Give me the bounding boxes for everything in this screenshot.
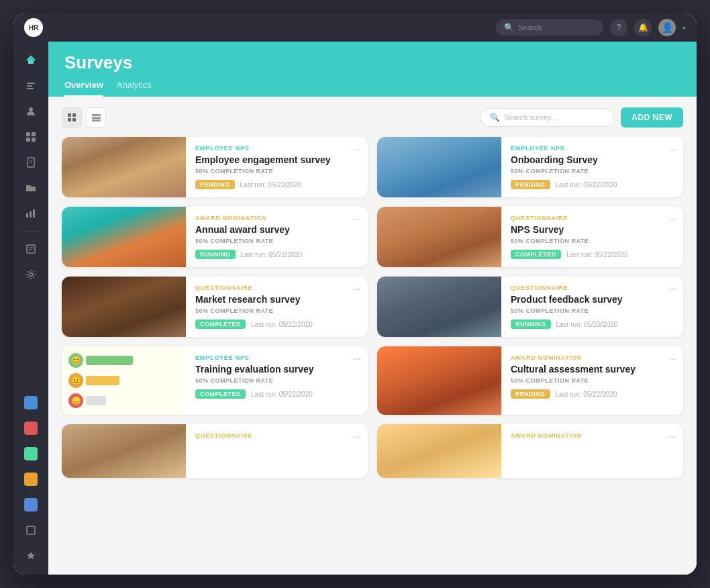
survey-search-bar[interactable]: 🔍 Search survey...	[480, 108, 614, 127]
survey-search-placeholder: Search survey...	[504, 113, 557, 121]
card-tag: QUESTIONNAIRE	[511, 215, 674, 222]
last-run: Last run: 05/22/2020	[240, 181, 302, 189]
card-tag: EMPLOYEE NPS	[195, 145, 358, 152]
card-body: ··· EMPLOYEE NPS Onboarding Survey 50% C…	[501, 137, 683, 197]
card-body: ··· QUESTIONNAIRE	[186, 424, 368, 478]
survey-grid: ··· EMPLOYEE NPS Employee engagement sur…	[62, 137, 683, 478]
sidebar-bottom-4[interactable]	[20, 469, 42, 490]
sidebar-bottom-1[interactable]	[20, 392, 42, 413]
face-happy: 😊	[68, 353, 83, 368]
last-run: Last run: 05/22/2020	[556, 321, 618, 328]
card-footer: RUNNING Last run: 05/22/2020	[511, 320, 674, 329]
card-menu-button[interactable]: ···	[353, 353, 361, 364]
sidebar-item-document[interactable]	[20, 152, 42, 173]
card-menu-button[interactable]: ···	[668, 431, 676, 442]
card-body: ··· AWARD NOMINATION Cultural assessment…	[501, 346, 683, 415]
help-button[interactable]: ?	[610, 19, 627, 36]
card-footer: PENDING Last run: 05/22/2020	[511, 180, 674, 189]
add-new-button[interactable]: ADD NEW	[621, 107, 683, 128]
svg-rect-6	[26, 138, 30, 142]
card-image	[62, 424, 186, 478]
card-body: ··· AWARD NOMINATION	[501, 424, 683, 478]
card-menu-button[interactable]: ···	[668, 283, 676, 294]
sidebar-bottom-5[interactable]	[20, 494, 42, 516]
svg-rect-0	[27, 83, 35, 84]
card-body: ··· QUESTIONNAIRE Market research survey…	[186, 277, 368, 337]
completion-rate: 50% COMPLETION RATE	[511, 307, 674, 314]
card-menu-button[interactable]: ···	[353, 283, 361, 294]
face-neutral: 😐	[68, 373, 83, 388]
card-body: ··· QUESTIONNAIRE Product feedback surve…	[501, 277, 683, 337]
card-body: ··· EMPLOYEE NPS Training evaluation sur…	[186, 346, 368, 415]
sidebar-item-grid[interactable]	[20, 126, 42, 148]
search-placeholder: Search	[518, 23, 542, 32]
svg-rect-7	[32, 138, 36, 142]
grid-view-button[interactable]	[62, 107, 82, 128]
top-bar: HR 🔍 Search ? 🔔 👤 ▾	[13, 13, 697, 42]
search-icon: 🔍	[504, 23, 514, 32]
card-title: Market research survey	[195, 294, 358, 305]
rating-row-happy: 😊	[68, 353, 133, 368]
bar-green	[86, 356, 133, 365]
card-image	[377, 346, 501, 415]
list-view-button[interactable]	[86, 107, 106, 128]
status-badge: COMPLETED	[195, 320, 246, 329]
view-toggle	[62, 107, 106, 128]
card-title: NPS Survey	[511, 224, 674, 235]
last-run: Last run: 05/22/2020	[566, 251, 628, 258]
avatar-chevron[interactable]: ▾	[682, 24, 686, 32]
user-avatar[interactable]: 👤	[658, 19, 676, 36]
sidebar-bottom-6[interactable]	[20, 520, 42, 541]
rating-row-neutral: 😐	[68, 373, 119, 388]
status-badge: PENDING	[511, 180, 550, 189]
notification-bell[interactable]: 🔔	[634, 19, 652, 36]
last-run: Last run: 05/22/2020	[251, 391, 313, 398]
card-menu-button[interactable]: ···	[353, 431, 361, 442]
surveys-content: 🔍 Search survey... ADD NEW	[48, 97, 697, 575]
last-run: Last run: 05/22/2020	[241, 251, 303, 258]
svg-point-17	[30, 273, 33, 277]
completion-rate: 50% COMPLETION RATE	[195, 307, 358, 314]
completion-rate: 50% COMPLETION RATE	[511, 168, 674, 175]
card-image	[62, 277, 186, 337]
sidebar-item-folder[interactable]	[20, 177, 42, 199]
tab-analytics[interactable]: Analytics	[117, 80, 152, 97]
sidebar-item-dashboard[interactable]	[20, 50, 42, 71]
tab-overview[interactable]: Overview	[64, 80, 103, 97]
card-menu-button[interactable]: ···	[668, 213, 676, 224]
completion-rate: 50% COMPLETION RATE	[511, 377, 674, 384]
last-run: Last run: 05/22/2020	[556, 391, 617, 398]
svg-rect-11	[26, 213, 28, 217]
sidebar-item-reports[interactable]	[20, 203, 42, 224]
card-title: Training evaluation survey	[195, 364, 358, 375]
status-badge: PENDING	[511, 389, 550, 399]
bar-empty	[86, 396, 106, 405]
svg-rect-14	[27, 245, 35, 253]
sidebar-bottom-3[interactable]	[20, 443, 42, 464]
svg-rect-18	[27, 526, 35, 534]
sidebar-item-contacts[interactable]	[20, 101, 42, 122]
content-area: Surveys Overview Analytics	[48, 42, 697, 575]
card-image	[377, 277, 501, 337]
card-footer: RUNNING Last run: 05/22/2020	[195, 250, 358, 259]
survey-card: 😊 😐 😞	[62, 346, 368, 415]
card-menu-button[interactable]: ···	[353, 144, 361, 154]
card-menu-button[interactable]: ···	[353, 213, 361, 224]
bar-yellow	[86, 376, 119, 385]
last-run: Last run: 05/22/2020	[251, 321, 313, 328]
card-title: Product feedback survey	[511, 294, 674, 305]
global-search[interactable]: 🔍 Search	[496, 19, 603, 36]
sidebar-item-settings[interactable]	[20, 264, 42, 285]
toolbar: 🔍 Search survey... ADD NEW	[62, 107, 683, 128]
sidebar-item-tasks[interactable]	[20, 75, 42, 97]
card-menu-button[interactable]: ···	[668, 144, 676, 154]
sidebar-bottom-7[interactable]	[20, 545, 42, 567]
card-tag: QUESTIONNAIRE	[195, 432, 358, 439]
card-menu-button[interactable]: ···	[668, 353, 676, 364]
survey-card: ··· EMPLOYEE NPS Onboarding Survey 50% C…	[377, 137, 683, 197]
sidebar-item-notes[interactable]	[20, 238, 42, 260]
card-title: Cultural assessment survey	[511, 364, 674, 375]
svg-rect-12	[30, 211, 32, 217]
survey-card: ··· QUESTIONNAIRE	[62, 424, 368, 478]
sidebar-bottom-2[interactable]	[20, 418, 42, 439]
